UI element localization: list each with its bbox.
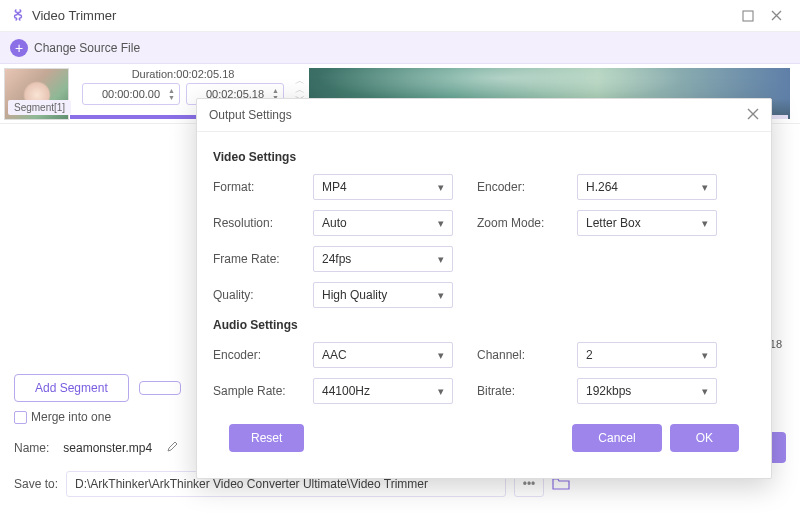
resolution-select[interactable]: Auto xyxy=(313,210,453,236)
add-segment-button[interactable]: Add Segment xyxy=(14,374,129,402)
resolution-label: Resolution: xyxy=(213,216,313,230)
titlebar: Video Trimmer xyxy=(0,0,800,32)
bitrate-label: Bitrate: xyxy=(477,384,577,398)
quality-select[interactable]: High Quality xyxy=(313,282,453,308)
reset-button[interactable]: Reset xyxy=(229,424,304,452)
merge-label: Merge into one xyxy=(31,410,111,424)
sample-rate-value: 44100Hz xyxy=(322,384,370,398)
frame-rate-label: Frame Rate: xyxy=(213,252,313,266)
format-value: MP4 xyxy=(322,180,347,194)
zoom-mode-select[interactable]: Letter Box xyxy=(577,210,717,236)
quality-label: Quality: xyxy=(213,288,313,302)
modal-body: Video Settings Format: MP4 Encoder: H.26… xyxy=(197,132,771,478)
channel-select[interactable]: 2 xyxy=(577,342,717,368)
modal-header: Output Settings xyxy=(197,99,771,132)
frame-rate-select[interactable]: 24fps xyxy=(313,246,453,272)
quality-value: High Quality xyxy=(322,288,387,302)
sample-rate-label: Sample Rate: xyxy=(213,384,313,398)
bitrate-value: 192kbps xyxy=(586,384,631,398)
name-value: seamonster.mp4 xyxy=(63,441,152,455)
video-encoder-select[interactable]: H.264 xyxy=(577,174,717,200)
video-settings-heading: Video Settings xyxy=(213,150,755,164)
modal-title: Output Settings xyxy=(209,108,292,122)
format-select[interactable]: MP4 xyxy=(313,174,453,200)
output-settings-modal: Output Settings Video Settings Format: M… xyxy=(196,98,772,479)
window-title: Video Trimmer xyxy=(32,8,116,23)
format-label: Format: xyxy=(213,180,313,194)
window-close-button[interactable] xyxy=(762,4,790,28)
resolution-value: Auto xyxy=(322,216,347,230)
merge-checkbox[interactable]: Merge into one xyxy=(14,410,111,424)
channel-value: 2 xyxy=(586,348,593,362)
audio-encoder-value: AAC xyxy=(322,348,347,362)
edit-name-icon[interactable] xyxy=(166,440,179,456)
save-to-label: Save to: xyxy=(14,477,58,491)
audio-settings-heading: Audio Settings xyxy=(213,318,755,332)
audio-encoder-select[interactable]: AAC xyxy=(313,342,453,368)
name-label: Name: xyxy=(14,441,49,455)
encoder-value: H.264 xyxy=(586,180,618,194)
spinner-icon[interactable]: ▲▼ xyxy=(168,87,175,101)
window-minimize-button[interactable] xyxy=(734,4,762,28)
cancel-button[interactable]: Cancel xyxy=(572,424,661,452)
toolbar: + Change Source File xyxy=(0,32,800,64)
svg-rect-0 xyxy=(743,11,753,21)
modal-close-icon[interactable] xyxy=(747,107,759,123)
ok-button[interactable]: OK xyxy=(670,424,739,452)
zoom-mode-value: Letter Box xyxy=(586,216,641,230)
duration-label: Duration:00:02:05.18 xyxy=(132,68,235,80)
channel-label: Channel: xyxy=(477,348,577,362)
segment-label: Segment[1] xyxy=(8,100,71,115)
secondary-button[interactable] xyxy=(139,381,181,395)
zoom-mode-label: Zoom Mode: xyxy=(477,216,577,230)
checkbox-icon xyxy=(14,411,27,424)
encoder-label: Encoder: xyxy=(477,180,577,194)
sample-rate-select[interactable]: 44100Hz xyxy=(313,378,453,404)
bitrate-select[interactable]: 192kbps xyxy=(577,378,717,404)
app-logo-icon xyxy=(10,8,26,24)
start-time-input[interactable]: 00:00:00.00▲▼ xyxy=(82,83,180,105)
change-source-button[interactable]: Change Source File xyxy=(34,41,140,55)
start-time-value: 00:00:00.00 xyxy=(102,88,160,100)
modal-footer: Reset Cancel OK xyxy=(213,414,755,466)
frame-rate-value: 24fps xyxy=(322,252,351,266)
audio-encoder-label: Encoder: xyxy=(213,348,313,362)
plus-icon[interactable]: + xyxy=(10,39,28,57)
